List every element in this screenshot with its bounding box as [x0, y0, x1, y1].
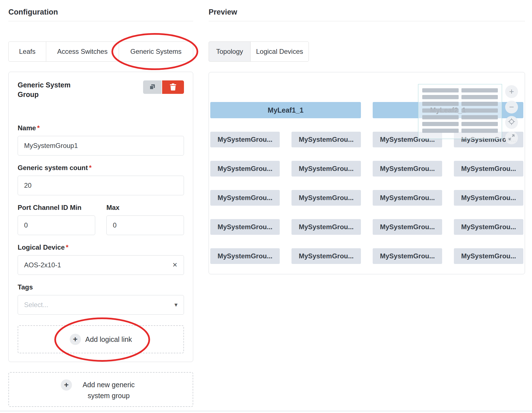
clear-icon[interactable]: ✕ — [172, 261, 178, 269]
logical-device-label: Logical Device* — [18, 243, 184, 251]
name-input[interactable] — [18, 136, 184, 156]
generic-system-node[interactable]: MySystemGrou... — [210, 161, 280, 177]
zoom-in-icon: + — [509, 87, 514, 96]
configuration-section-title: Configuration — [8, 8, 193, 21]
tab-access-switches[interactable]: Access Switches — [46, 41, 119, 62]
expand-icon — [508, 133, 515, 143]
drag-ghost-port-cell — [461, 122, 498, 126]
caret-down-icon: ▾ — [174, 301, 178, 308]
copy-icon — [149, 83, 156, 91]
generic-system-count-label: Generic system count* — [18, 164, 184, 172]
configuration-tabs: Leafs Access Switches Generic Systems — [8, 41, 193, 62]
drag-ghost-port-cell — [461, 108, 498, 113]
tags-label: Tags — [18, 283, 184, 291]
drag-ghost-port-cell — [422, 115, 459, 119]
delete-group-button[interactable] — [162, 80, 184, 94]
logical-device-value: AOS-2x10-1 — [24, 261, 61, 269]
plus-icon: + — [70, 334, 81, 345]
zoom-out-button[interactable]: − — [505, 101, 518, 113]
generic-system-node[interactable]: MySystemGrou... — [373, 219, 442, 235]
generic-system-node[interactable]: MySystemGrou... — [210, 219, 280, 235]
name-field: Name* — [18, 124, 184, 156]
add-generic-system-group-button[interactable]: + Add new generic system group — [8, 372, 193, 407]
drag-ghost-port-cell — [461, 88, 498, 92]
tab-logical-devices[interactable]: Logical Devices — [250, 41, 309, 62]
name-label: Name* — [18, 124, 184, 132]
generic-system-node[interactable]: MySystemGrou... — [210, 248, 280, 264]
configuration-panel: Configuration Leafs Access Switches Gene… — [8, 8, 193, 407]
drag-ghost-port-cell — [422, 129, 459, 133]
logical-device-label-text: Logical Device — [18, 243, 65, 251]
name-label-text: Name — [18, 124, 36, 132]
tags-field: Tags Select... ▾ — [18, 283, 184, 315]
generic-system-node[interactable]: MySystemGrou... — [210, 132, 280, 147]
card-actions — [143, 80, 184, 94]
card-title: Generic System Group — [18, 80, 93, 111]
zoom-in-button[interactable]: + — [505, 85, 518, 98]
drag-ghost-port-cell — [422, 88, 459, 92]
port-channel-max-field: Max — [106, 204, 184, 235]
preview-panel-column: Preview Topology Logical Devices MyLeaf1… — [209, 8, 525, 274]
generic-system-node[interactable]: MySystemGrou... — [454, 219, 523, 235]
plus-icon: + — [61, 379, 72, 391]
generic-system-node[interactable]: MySystemGrou... — [291, 248, 361, 264]
generic-system-group-card: Generic System Group — [8, 72, 193, 362]
generic-system-node[interactable]: MySystemGrou... — [210, 190, 280, 206]
generic-system-node[interactable]: MySystemGrou... — [454, 248, 523, 264]
required-marker: * — [37, 124, 39, 132]
drag-ghost-column — [461, 88, 498, 135]
logical-device-field: Logical Device* AOS-2x10-1 ✕ — [18, 243, 184, 275]
generic-system-node[interactable]: MySystemGrou... — [291, 219, 361, 235]
generic-system-node[interactable]: MySystemGrou... — [291, 190, 361, 206]
port-channel-min-field: Port Channel ID Min — [18, 204, 95, 235]
crosshair-icon — [508, 118, 515, 127]
zoom-out-icon: − — [509, 102, 514, 112]
generic-system-node[interactable]: MySystemGrou... — [291, 132, 361, 147]
drag-ghost-port-cell — [461, 95, 498, 99]
topology-preview-panel: MyLeaf1_1 MyLeaf2_1 MySystemGrou...MySys… — [209, 72, 525, 274]
port-channel-min-input[interactable] — [18, 215, 95, 235]
recenter-button[interactable] — [505, 116, 518, 129]
add-logical-link-label: Add logical link — [85, 335, 132, 344]
zoom-controls: + − — [505, 85, 518, 144]
expand-button[interactable] — [505, 131, 518, 144]
tab-topology[interactable]: Topology — [209, 41, 251, 62]
add-group-label: Add new generic system group — [76, 379, 141, 401]
generic-system-count-input[interactable] — [18, 176, 184, 195]
tags-select[interactable]: Select... ▾ — [18, 295, 184, 315]
required-marker: * — [89, 164, 92, 171]
preview-tabs: Topology Logical Devices — [209, 41, 525, 62]
add-logical-link-button[interactable]: + Add logical link — [18, 325, 184, 353]
generic-system-node[interactable]: MySystemGrou... — [454, 190, 523, 206]
leaf-node-bar[interactable]: MyLeaf1_1 — [210, 102, 361, 118]
generic-system-node[interactable]: MySystemGrou... — [373, 248, 442, 264]
logical-device-select[interactable]: AOS-2x10-1 ✕ — [18, 255, 184, 275]
generic-system-node[interactable]: MySystemGrou... — [291, 161, 361, 177]
generic-system-node[interactable]: MySystemGrou... — [373, 190, 442, 206]
tab-leafs[interactable]: Leafs — [8, 41, 46, 62]
port-channel-min-label: Port Channel ID Min — [18, 204, 95, 212]
required-marker: * — [66, 243, 68, 251]
clone-group-button[interactable] — [143, 80, 162, 94]
tags-placeholder: Select... — [24, 301, 48, 309]
count-label-text: Generic system count — [18, 164, 88, 171]
generic-system-node[interactable]: MySystemGrou... — [373, 161, 442, 177]
drag-ghost-port-cell — [422, 102, 459, 106]
trash-icon — [170, 83, 176, 91]
bottom-divider — [0, 411, 532, 411]
drag-ghost-port-cell — [461, 115, 498, 119]
generic-system-count-field: Generic system count* — [18, 164, 184, 195]
drag-ghost-port-cell — [422, 122, 459, 126]
port-channel-max-label: Max — [106, 204, 184, 212]
drag-ghost-column — [422, 88, 459, 135]
port-channel-row: Port Channel ID Min Max — [18, 204, 184, 235]
port-channel-max-input[interactable] — [106, 215, 184, 235]
generic-system-node[interactable]: MySystemGrou... — [454, 161, 523, 177]
preview-section-title: Preview — [209, 8, 525, 21]
drag-ghost-port-cell — [422, 95, 459, 99]
drag-ghost-port-cell — [461, 129, 498, 133]
dragged-logical-device-overlay — [418, 84, 502, 139]
drag-ghost-port-cell — [422, 108, 459, 113]
tab-generic-systems[interactable]: Generic Systems — [119, 41, 193, 62]
drag-ghost-port-cell — [461, 102, 498, 106]
